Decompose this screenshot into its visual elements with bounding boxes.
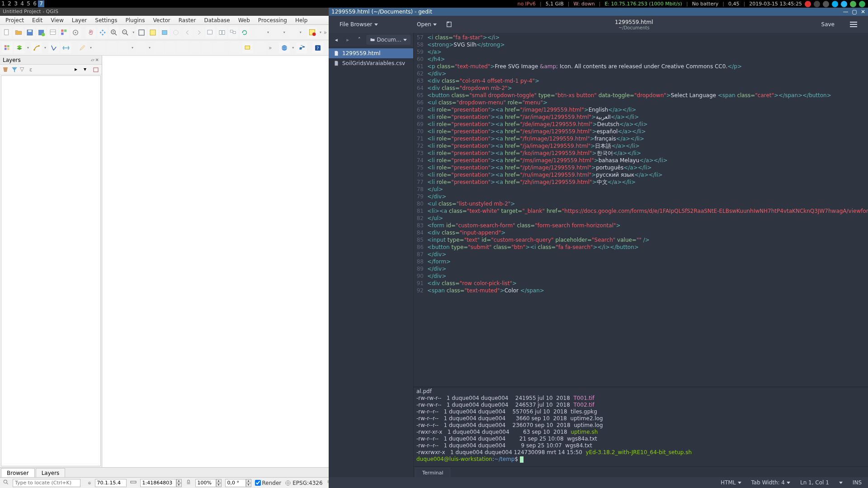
menu-view[interactable]: View [47,16,67,24]
workspace-4[interactable]: 4 [19,0,25,7]
rotation-input[interactable] [225,479,246,487]
qgis-titlebar[interactable]: Untitled Project - QGIS [0,8,329,16]
layout-manager-button[interactable] [47,27,57,38]
menu-plugins[interactable]: Plugins [122,16,148,24]
tray-icon[interactable] [814,1,820,7]
breadcrumb[interactable]: Docum… [366,35,410,45]
deselect-button[interactable] [307,27,317,38]
workspace-2[interactable]: 2 [6,0,13,7]
toolbar-overflow-2[interactable]: » [267,45,274,51]
zoom-layer-button[interactable] [160,27,170,38]
collapse-all-icon[interactable]: ▾ [84,66,91,73]
file-browser-dropdown[interactable]: File Browser [335,19,382,29]
status-menu-dropdown[interactable] [839,482,843,484]
workspace-7[interactable]: 7 [38,0,44,7]
open-button[interactable]: Open [412,19,441,29]
menu-settings[interactable]: Settings [91,16,121,24]
save-edits-button[interactable] [94,42,105,53]
locator-input[interactable] [13,479,80,487]
style-preset-icon[interactable] [2,66,9,73]
help-button[interactable]: ? [312,42,323,53]
lock-icon[interactable] [185,479,192,487]
tab-browser[interactable]: Browser [1,468,35,477]
file-item[interactable]: SoilGridsVaraiables.csv [329,58,413,68]
minimize-icon[interactable]: — [843,9,849,15]
close-icon[interactable]: ✕ [861,9,865,15]
add-feature-button[interactable] [106,42,117,53]
new-map-view-button[interactable] [205,27,215,38]
node-tool-button[interactable] [136,42,146,53]
pan-button[interactable] [86,27,96,38]
data-source-manager-button[interactable] [2,42,13,53]
workspace-6[interactable]: 6 [32,0,38,7]
tray-icon[interactable] [859,1,865,7]
new-tab-button[interactable] [441,19,458,30]
statistics-button[interactable] [288,27,297,38]
file-item[interactable]: 1299559.html [329,48,413,58]
undo-button[interactable] [202,42,212,53]
metasearch-button[interactable] [279,42,290,53]
processing-button[interactable] [71,27,80,38]
new-virtual-button[interactable] [61,42,71,53]
abc-button[interactable] [230,42,241,53]
map-canvas[interactable] [102,56,329,467]
measure-dropdown[interactable]: ▾ [283,27,286,38]
menu-database[interactable]: Database [200,16,233,24]
gedit-titlebar[interactable]: 1299559.html (~/Documents) - gedit — ▢ ✕ [329,8,868,16]
maximize-icon[interactable]: ▢ [852,9,857,15]
new-bookmark-button[interactable] [228,27,238,38]
stats-dropdown[interactable]: ▾ [299,27,302,38]
scale-input[interactable] [140,479,176,487]
python-console-button[interactable] [296,42,307,53]
magnifier-input[interactable] [195,479,216,487]
mega-tray-icon[interactable] [805,1,811,7]
close-panel-icon[interactable]: ✕ [95,56,99,65]
style-manager-button[interactable] [59,27,69,38]
zoom-dropdown[interactable]: ▾ [132,27,135,38]
diagram-button[interactable] [255,42,265,53]
tab-layers[interactable]: Layers [36,468,66,477]
edit-button[interactable] [77,42,88,53]
paste-button[interactable] [189,42,200,53]
nav-up-button[interactable]: ˄ [354,35,364,45]
code-editor[interactable]: 5758596061626364656667686970717273747576… [414,33,868,387]
identify-button[interactable] [255,27,265,38]
workspace-1[interactable]: 1 [0,0,6,7]
expand-all-icon[interactable]: ▸ [75,66,82,73]
filter-icon[interactable] [11,66,18,73]
deselect-dropdown[interactable]: ▾ [319,27,322,38]
undock-icon[interactable]: ▱ [91,56,94,65]
zoom-last-button[interactable] [182,27,192,38]
render-checkbox[interactable] [255,480,261,486]
menu-layer[interactable]: Layer [68,16,90,24]
copy-button[interactable] [177,42,188,53]
new-3d-view-button[interactable] [217,27,226,38]
insert-mode[interactable]: INS [853,479,862,486]
new-spatialite-button[interactable] [48,42,59,53]
save-button[interactable]: Save [817,19,839,29]
nav-forward-button[interactable]: ▸ [343,35,353,45]
expression-icon[interactable]: ε [29,66,36,73]
filter-legend-icon[interactable]: ▽ [20,66,27,73]
coordinate-input[interactable] [95,479,127,487]
refresh-button[interactable] [240,27,250,38]
tabwidth-selector[interactable]: Tab Width: 4 [751,479,790,486]
embedded-terminal[interactable]: ✕ al.pdf-rw-rw-r-- 1 duque004 duque004 2… [414,387,868,466]
nav-back-button[interactable]: ◂ [331,35,341,45]
identify-dropdown[interactable]: ▾ [266,27,269,38]
menu-raster[interactable]: Raster [175,16,200,24]
menu-project[interactable]: Project [2,16,28,24]
menu-help[interactable]: Help [292,16,311,24]
delete-button[interactable] [153,42,164,53]
save-as-button[interactable] [36,27,46,38]
save-project-button[interactable] [25,27,35,38]
language-selector[interactable]: HTML [721,479,741,486]
telegram-tray-icon[interactable] [841,1,847,7]
remove-layer-icon[interactable] [93,66,100,73]
menu-processing[interactable]: Processing [255,16,291,24]
pan-to-selection-button[interactable] [97,27,107,38]
crs-button[interactable]: EPSG:4326 [285,480,322,486]
cut-button[interactable] [165,42,176,53]
skype-tray-icon[interactable] [832,1,838,7]
menu-vector[interactable]: Vector [149,16,174,24]
